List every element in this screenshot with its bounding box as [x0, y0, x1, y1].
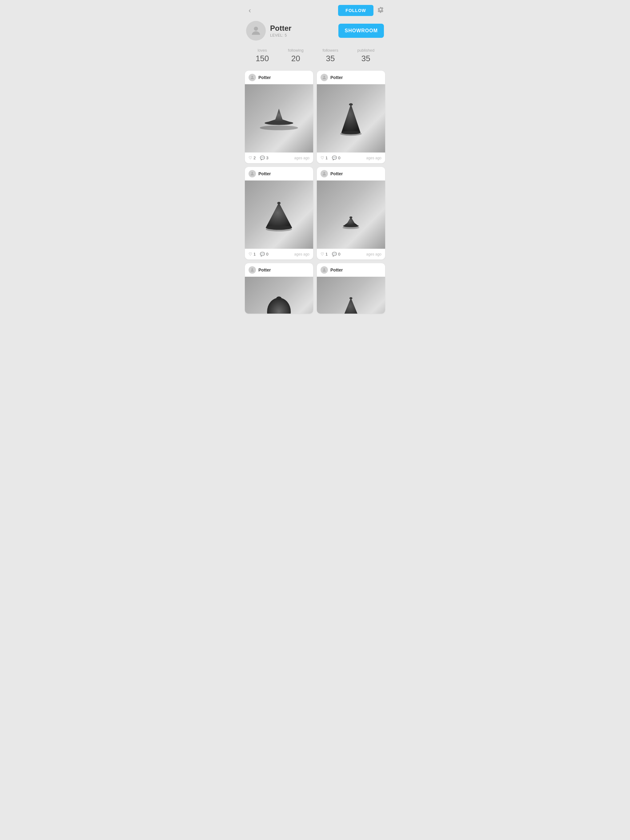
svg-point-18	[267, 298, 291, 314]
svg-point-8	[251, 172, 253, 174]
svg-point-4	[323, 76, 325, 77]
heart-icon-4: ♡	[321, 252, 324, 256]
card-5-pottery	[255, 286, 303, 314]
card-3-comment-count: 0	[266, 252, 268, 256]
card-6-avatar	[321, 266, 328, 274]
card-4-avatar-icon	[322, 171, 327, 176]
card-2-like-count: 1	[326, 156, 328, 160]
card-2-avatar-icon	[322, 75, 327, 80]
profile-name: Potter	[270, 24, 291, 33]
card-4-comments: 💬 0	[332, 252, 340, 256]
card-3-pottery	[255, 191, 303, 238]
card-1-comment-count: 3	[266, 156, 268, 160]
card-1-footer: ♡ 2 💬 3 ages ago	[245, 153, 313, 163]
card-1-avatar	[249, 74, 256, 81]
card-1-username: Potter	[258, 75, 271, 80]
card-1-image	[245, 84, 313, 153]
card-4-footer: ♡ 1 💬 0 ages ago	[317, 249, 385, 259]
svg-point-19	[277, 297, 282, 300]
comment-icon-3: 💬	[260, 252, 265, 256]
card-3-comments: 💬 0	[260, 252, 268, 256]
card-4-header: Potter	[317, 167, 385, 180]
card-2-comments: 💬 0	[332, 156, 340, 160]
card-3-image	[245, 180, 313, 249]
card-2-header: Potter	[317, 71, 385, 84]
card-2[interactable]: Potter	[317, 71, 385, 163]
content-grid: Potter	[241, 71, 389, 317]
stat-followers: followers 35	[322, 48, 338, 63]
svg-point-10	[266, 226, 292, 230]
card-3-time: ages ago	[294, 252, 309, 256]
card-3-like-count: 1	[253, 252, 256, 256]
profile-level: LEVEL: 5	[270, 33, 291, 38]
showroom-button[interactable]: SHOWROOM	[339, 24, 384, 38]
card-4-avatar	[321, 170, 328, 177]
card-3-likes: ♡ 1	[249, 252, 256, 256]
comment-icon: 💬	[260, 156, 265, 160]
follow-button[interactable]: FOLLOW	[338, 5, 374, 16]
card-4-username: Potter	[330, 171, 343, 176]
card-3-header: Potter	[245, 167, 313, 180]
card-4[interactable]: Potter	[317, 167, 385, 259]
card-2-image	[317, 84, 385, 153]
svg-point-3	[264, 121, 293, 125]
card-1-comments: 💬 3	[260, 156, 268, 160]
svg-point-6	[342, 131, 361, 134]
svg-point-20	[323, 268, 325, 270]
card-5-header: Potter	[245, 263, 313, 277]
settings-button[interactable]	[377, 6, 384, 15]
svg-point-14	[343, 225, 359, 227]
heart-icon: ♡	[249, 156, 252, 160]
card-6[interactable]: Potter	[317, 263, 385, 314]
card-4-comment-count: 0	[338, 252, 340, 256]
svg-point-0	[254, 27, 258, 31]
card-2-likes: ♡ 1	[321, 156, 328, 160]
card-4-image	[317, 180, 385, 249]
avatar	[246, 21, 266, 41]
card-6-pottery	[327, 286, 375, 314]
card-6-username: Potter	[330, 267, 343, 272]
card-5-username: Potter	[258, 267, 271, 272]
card-4-likes: ♡ 1	[321, 252, 328, 256]
card-1-likes: ♡ 2	[249, 156, 256, 160]
svg-point-23	[350, 297, 353, 299]
svg-point-1	[251, 76, 253, 77]
card-4-pottery	[327, 191, 375, 238]
stat-published: published 35	[357, 48, 374, 63]
header: ‹ FOLLOW	[241, 0, 389, 19]
card-5[interactable]: Potter	[245, 263, 313, 314]
stat-loves: loves 150	[256, 48, 269, 63]
card-6-header: Potter	[317, 263, 385, 277]
card-2-footer: ♡ 1 💬 0 ages ago	[317, 153, 385, 163]
back-button[interactable]: ‹	[246, 5, 253, 16]
stat-following-label: following	[288, 48, 304, 52]
comment-icon-4: 💬	[332, 252, 337, 256]
card-2-comment-count: 0	[338, 156, 340, 160]
card-4-time: ages ago	[366, 252, 381, 256]
card-5-avatar-icon	[250, 267, 255, 272]
card-2-username: Potter	[330, 75, 343, 80]
heart-icon-3: ♡	[249, 252, 252, 256]
card-1-time: ages ago	[294, 156, 309, 160]
stat-published-label: published	[357, 48, 374, 52]
card-1[interactable]: Potter	[245, 71, 313, 163]
gear-icon	[377, 6, 384, 13]
card-3-avatar	[249, 170, 256, 177]
svg-point-15	[350, 216, 352, 218]
stat-followers-label: followers	[322, 48, 338, 52]
card-5-avatar	[249, 266, 256, 274]
stat-following: following 20	[288, 48, 304, 63]
card-1-like-count: 2	[253, 156, 256, 160]
svg-point-12	[323, 172, 325, 174]
card-2-time: ages ago	[366, 156, 381, 160]
card-6-image	[317, 277, 385, 314]
card-6-avatar-icon	[322, 267, 327, 272]
card-3[interactable]: Potter	[245, 167, 313, 259]
header-actions: FOLLOW	[338, 5, 384, 16]
heart-icon-2: ♡	[321, 156, 324, 160]
card-3-footer: ♡ 1 💬 0 ages ago	[245, 249, 313, 259]
card-3-username: Potter	[258, 171, 271, 176]
card-5-image	[245, 277, 313, 314]
card-1-pottery	[255, 95, 303, 142]
stat-following-value: 20	[291, 54, 300, 63]
